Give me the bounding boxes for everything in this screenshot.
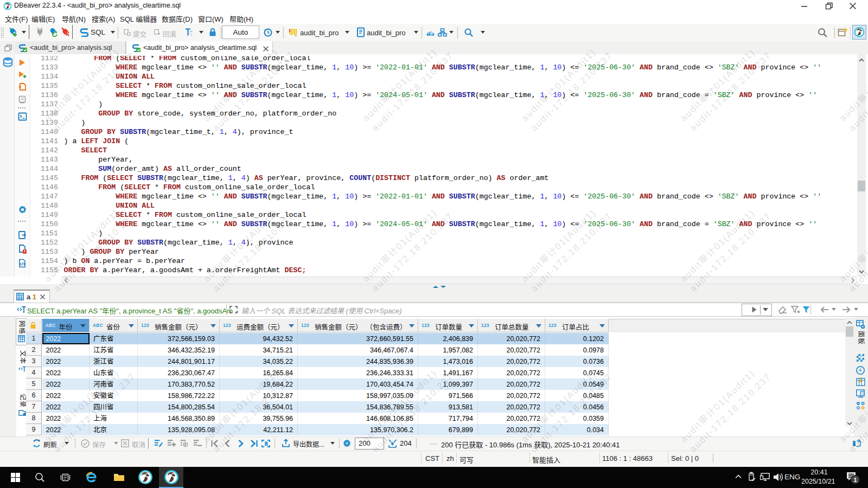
svg-text:1: 1	[853, 477, 857, 483]
